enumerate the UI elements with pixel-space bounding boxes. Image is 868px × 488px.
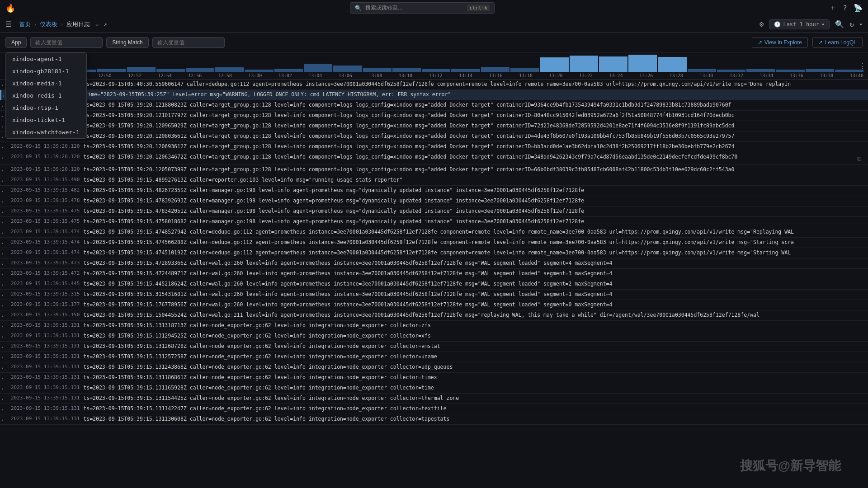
log-line[interactable]: ›2023-09-15 13:39:15.131ts=2023-09-15T05…	[0, 414, 868, 425]
log-line[interactable]: ›2023-09-15 13:39:20.120ts=2023-09-15T05…	[0, 142, 868, 152]
log-expand-icon[interactable]: ›	[0, 375, 7, 382]
histogram-bar	[540, 57, 568, 72]
log-timestamp: 2023-09-15 13:39:15.490	[7, 176, 83, 184]
copy-icon[interactable]: ⧉	[857, 155, 868, 164]
histogram-bar	[570, 56, 598, 72]
log-line[interactable]: ›2023-09-15 13:39:20.121ts=2023-09-15T05…	[0, 111, 868, 121]
dropdown-item[interactable]: xindoo-watchtower-1	[6, 126, 86, 138]
log-line[interactable]: ›2023-09-15 13:39:15.131ts=2023-09-15T05…	[0, 394, 868, 404]
log-expand-icon[interactable]: ›	[0, 230, 7, 236]
log-expand-icon[interactable]: ›	[0, 344, 7, 351]
log-line[interactable]: ›2023-09-15 13:39:15.474ts=2023-09-15T05…	[0, 238, 868, 248]
log-line[interactable]: ›2023-09-15 13:39:15.131ts=2023-09-15T05…	[0, 321, 868, 331]
log-expand-icon[interactable]: ›	[0, 323, 7, 330]
log-line[interactable]: ›2023-09-15 13:39:15.131ts=2023-09-15T05…	[0, 362, 868, 373]
log-expand-icon[interactable]: ›	[0, 155, 7, 161]
log-expand-icon[interactable]: ›	[0, 282, 7, 288]
app-filter-button[interactable]: App	[5, 37, 27, 48]
log-line[interactable]: ›2023-09-15 13:39:15.490ts=2023-09-15T05…	[0, 175, 868, 186]
log-line[interactable]: ›2023-09-15 13:39:15.482ts=2023-09-15T05…	[0, 186, 868, 196]
log-expand-icon[interactable]: ›	[0, 333, 7, 340]
log-line[interactable]: ›2023-09-15 13:39:15.445ts=2023-09-15T05…	[0, 279, 868, 290]
log-expand-icon[interactable]: ›	[0, 240, 7, 247]
log-line[interactable]: ›2023-09-15 13:39:15.131ts=2023-09-15T05…	[0, 342, 868, 352]
log-expand-icon[interactable]: ›	[0, 396, 7, 403]
more-icon[interactable]: ⋮	[859, 61, 866, 70]
log-expand-icon[interactable]: ›	[0, 417, 7, 423]
time-picker[interactable]: 🕐 Last 1 hour ▾	[769, 19, 830, 29]
dropdown-item[interactable]: xindoo-gb28181-1	[6, 65, 86, 77]
log-expand-icon[interactable]: ›	[0, 144, 7, 151]
dropdown-item[interactable]: xindoo-rtsp-1	[6, 102, 86, 114]
help-icon[interactable]: ?	[843, 4, 847, 12]
timeline-label: 13:16	[489, 73, 502, 78]
refresh-icon[interactable]: ↻	[849, 20, 854, 28]
histogram-bar	[156, 69, 185, 72]
log-expand-icon[interactable]: ›	[0, 167, 7, 174]
log-expand-icon[interactable]: ›	[0, 209, 7, 216]
timeline-label: 13:02	[278, 73, 292, 78]
menu-icon[interactable]: ☰	[5, 20, 12, 28]
log-expand-icon[interactable]: ›	[0, 250, 7, 257]
log-line[interactable]: ›2023-09-15 13:39:15.475ts=2023-09-15T05…	[0, 206, 868, 217]
log-line[interactable]: ›2023-09-15 13:39:15.150ts=2023-09-15T05…	[0, 310, 868, 321]
log-expand-icon[interactable]: ›	[0, 365, 7, 371]
histogram-bar	[717, 70, 745, 72]
log-expand-icon[interactable]: ›	[0, 354, 7, 361]
log-line[interactable]: ›2023-09-15 13:39:15.478ts=2023-09-15T05…	[0, 196, 868, 206]
log-expand-icon[interactable]: ›	[0, 406, 7, 413]
breadcrumb-home[interactable]: 首页	[19, 20, 31, 28]
log-timestamp: 2023-09-15 13:39:20.120	[7, 166, 83, 174]
timeline-labels: 12:4812:5012:5212:5412:5612:5813:0013:02…	[68, 73, 863, 79]
histogram-bar	[776, 70, 804, 72]
log-expand-icon[interactable]: ›	[0, 385, 7, 392]
broadcast-icon[interactable]: 📡	[854, 4, 863, 12]
dropdown-item[interactable]: xindoo-ticket-1	[6, 114, 86, 126]
log-line[interactable]: ›2023-09-15 13:39:15.475ts=2023-09-15T05…	[0, 217, 868, 227]
learn-logql-button[interactable]: ↗ Learn LogQL	[812, 37, 863, 48]
log-expand-icon[interactable]: ›	[0, 261, 7, 267]
app-filter-input[interactable]	[30, 37, 103, 48]
refresh-chevron-icon[interactable]: ▾	[859, 21, 863, 28]
log-line[interactable]: ›2023-09-15 13:39:15.177ts=2023-09-15T05…	[0, 300, 868, 310]
zoom-out-icon[interactable]: 🔍	[835, 20, 844, 28]
dropdown-item[interactable]: xindoo-redis-1	[6, 89, 86, 102]
log-line[interactable]: ›2023-09-15 13:39:20.120ts=2023-09-15T05…	[0, 165, 868, 175]
log-line[interactable]: ›2023-09-15 13:39:25.460ts=2023-09-15T05…	[0, 80, 868, 90]
log-expand-icon[interactable]: ›	[0, 188, 7, 195]
string-match-button[interactable]: String Match	[106, 37, 148, 48]
dropdown-item[interactable]: xindoo-media-1	[6, 77, 86, 89]
breadcrumb-dashboards[interactable]: 仪表板	[40, 20, 57, 28]
log-line[interactable]: ›2023-09-15 13:39:15.131ts=2023-09-15T05…	[0, 331, 868, 342]
log-expand-icon[interactable]: ›	[0, 198, 7, 205]
settings-icon[interactable]: ⚙	[760, 20, 764, 28]
log-line[interactable]: ›2023-09-15 13:39:20.121ts=2023-09-15T05…	[0, 131, 868, 142]
add-icon[interactable]: ＋	[829, 3, 836, 13]
log-line[interactable]: ›2023-09-15 13:39:15.131ts=2023-09-15T05…	[0, 383, 868, 394]
log-line[interactable]: ›2023-09-15 13:39:20.121ts=2023-09-15T05…	[0, 121, 868, 131]
log-expand-icon[interactable]: ›	[0, 302, 7, 309]
log-line[interactable]: ›2023-09-15 13:39:15.474ts=2023-09-15T05…	[0, 227, 868, 238]
share-icon[interactable]: ↗	[103, 21, 107, 28]
log-line[interactable]: ›2023-09-15 13:39:15.131ts=2023-09-15T05…	[0, 373, 868, 383]
match-filter-input[interactable]	[152, 37, 225, 48]
log-line[interactable]: ›2023-09-15 13:39:15.131ts=2023-09-15T05…	[0, 352, 868, 362]
global-search[interactable]: 🔍 搜索或跳转至... ctrl+k	[350, 2, 495, 14]
log-expand-icon[interactable]: ›	[0, 178, 7, 184]
log-expand-icon[interactable]: ›	[0, 219, 7, 226]
log-line[interactable]: ›2023-09-15 13:39:15.315ts=2023-09-15T05…	[0, 290, 868, 300]
log-line[interactable]: ›2023-09-15 13:39:15.474ts=2023-09-15T05…	[0, 248, 868, 258]
log-line[interactable]: ›2023-09-15 13:39:20.121ts=2023-09-15T05…	[0, 100, 868, 111]
log-line[interactable]: ›2023-09-15 13:39:15.472ts=2023-09-15T05…	[0, 269, 868, 279]
dropdown-item[interactable]: xindoo-agent-1	[6, 53, 86, 65]
log-expand-icon[interactable]: ›	[0, 292, 7, 299]
star-icon[interactable]: ☆	[95, 21, 99, 28]
log-line[interactable]: ›2023-09-15 13:39:15.131ts=2023-09-15T05…	[0, 404, 868, 414]
log-line[interactable]: ›2023-09-15 13:39:20.120ts=2023-09-15T05…	[0, 152, 868, 165]
view-in-explore-button[interactable]: ↗ View In Explore	[752, 37, 808, 48]
log-line[interactable]: ›2023-09-15 13:39:15.473ts=2023-09-15T05…	[0, 258, 868, 269]
log-content: ts=2023-09-15T05:39:20.120507399Z caller…	[83, 166, 868, 174]
log-line[interactable]: ›2023-09-15 13:39:25.460time="2023-09-15…	[0, 90, 868, 100]
log-expand-icon[interactable]: ›	[0, 271, 7, 278]
log-expand-icon[interactable]: ›	[0, 313, 7, 319]
